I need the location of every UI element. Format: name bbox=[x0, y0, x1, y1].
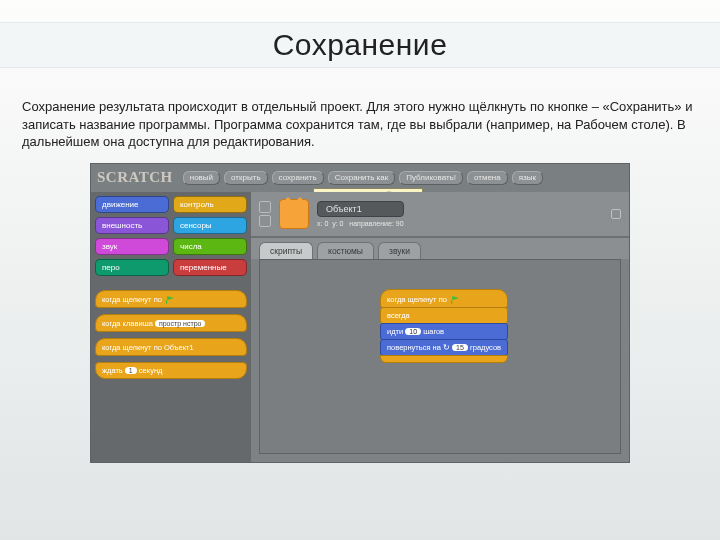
block-hat[interactable]: когда щелкнут по bbox=[380, 289, 508, 308]
category-variables[interactable]: переменные bbox=[173, 259, 247, 276]
block-text: шагов bbox=[423, 327, 444, 336]
scripts-canvas[interactable]: когда щелкнут по всегда идти 10 шагов по… bbox=[259, 259, 621, 454]
right-column: Объект1 x: 0 y: 0 направление: 90 скрипт… bbox=[251, 192, 629, 462]
new-button[interactable]: новый bbox=[183, 171, 220, 185]
block-turn[interactable]: повернуться на ↻ 15 градусов bbox=[380, 339, 508, 356]
tab-costumes[interactable]: костюмы bbox=[317, 242, 374, 259]
block-wait[interactable]: ждать 1 секунд bbox=[95, 362, 247, 379]
script-stack[interactable]: когда щелкнут по всегда идти 10 шагов по… bbox=[380, 290, 508, 363]
sprite-tool-icons bbox=[259, 201, 271, 227]
block-text: идти bbox=[387, 327, 403, 336]
block-arg[interactable]: простр нстро bbox=[155, 320, 205, 327]
screenshot-scratch: SCRATCH новый открыть сохранить Сохранит… bbox=[90, 163, 630, 463]
tab-scripts[interactable]: скрипты bbox=[259, 242, 313, 259]
palette-blocks: когда щелкнут по когда клавиша простр нс… bbox=[95, 290, 247, 379]
category-looks[interactable]: внешность bbox=[95, 217, 169, 234]
main-row: движение контроль внешность сенсоры звук… bbox=[91, 192, 629, 462]
block-forever-end[interactable] bbox=[380, 355, 508, 363]
block-palette: движение контроль внешность сенсоры звук… bbox=[91, 192, 251, 462]
tool-icon[interactable] bbox=[259, 201, 271, 213]
lang-button[interactable]: язык bbox=[512, 171, 543, 185]
category-numbers[interactable]: числа bbox=[173, 238, 247, 255]
sprite-coords: x: 0 y: 0 направление: 90 bbox=[317, 220, 404, 227]
undo-button[interactable]: отмена bbox=[467, 171, 508, 185]
slide-body: Сохранение результата происходит в отдел… bbox=[22, 98, 698, 151]
block-move[interactable]: идти 10 шагов bbox=[380, 323, 508, 340]
sprite-header: Объект1 x: 0 y: 0 направление: 90 bbox=[251, 192, 629, 238]
block-forever[interactable]: всегда bbox=[380, 307, 508, 324]
category-control[interactable]: контроль bbox=[173, 196, 247, 213]
block-arg[interactable]: 15 bbox=[452, 344, 468, 351]
block-arg[interactable]: 10 bbox=[405, 328, 421, 335]
block-hat-sprite[interactable]: когда щелкнут по Объект1 bbox=[95, 338, 247, 356]
category-pen[interactable]: перо bbox=[95, 259, 169, 276]
category-sound[interactable]: звук bbox=[95, 238, 169, 255]
block-text: секунд bbox=[139, 366, 163, 375]
lock-icon[interactable] bbox=[611, 209, 621, 219]
category-motion[interactable]: движение bbox=[95, 196, 169, 213]
block-text: градусов bbox=[470, 343, 501, 352]
block-text: ждать bbox=[102, 366, 123, 375]
sprite-name-field[interactable]: Объект1 bbox=[317, 201, 404, 217]
block-hat-flag[interactable]: когда щелкнут по bbox=[95, 290, 247, 308]
block-text: когда клавиша bbox=[102, 319, 153, 328]
save-as-button[interactable]: Сохранить как bbox=[328, 171, 396, 185]
editor-tabs: скрипты костюмы звуки bbox=[251, 238, 629, 259]
block-text: когда щелкнут по bbox=[102, 295, 162, 304]
scratch-logo: SCRATCH bbox=[97, 169, 173, 186]
category-sensing[interactable]: сенсоры bbox=[173, 217, 247, 234]
slide-title: Сохранение bbox=[273, 28, 448, 62]
block-text: повернуться на bbox=[387, 343, 441, 352]
open-button[interactable]: открыть bbox=[224, 171, 267, 185]
block-hat-key[interactable]: когда клавиша простр нстро bbox=[95, 314, 247, 332]
block-arg[interactable]: 1 bbox=[125, 367, 137, 374]
tab-sounds[interactable]: звуки bbox=[378, 242, 421, 259]
tool-icon[interactable] bbox=[259, 215, 271, 227]
save-button[interactable]: сохранить bbox=[272, 171, 324, 185]
title-band: Сохранение bbox=[0, 22, 720, 68]
block-text: когда щелкнут по bbox=[387, 295, 447, 304]
sprite-thumbnail[interactable] bbox=[279, 199, 309, 229]
green-flag-icon bbox=[451, 296, 459, 304]
green-flag-icon bbox=[166, 296, 174, 304]
publish-button[interactable]: Публиковать! bbox=[399, 171, 463, 185]
